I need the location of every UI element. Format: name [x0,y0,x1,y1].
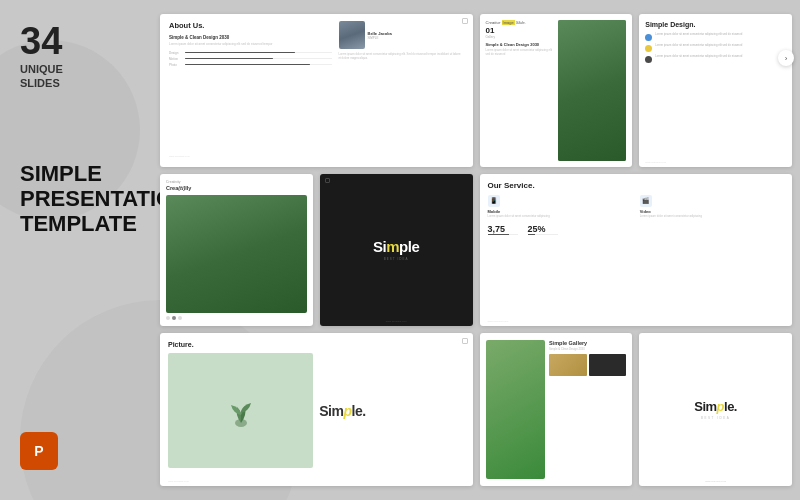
slide-6-url: www.example.com [488,320,509,323]
slides-grid: About Us. Simple & Clean Design 2030 Lor… [160,14,792,486]
slide-6-services-row: 📱 Mobile Lorem ipsum dolor sit amet cons… [488,195,785,219]
slide-7-url: www.example.com [168,480,189,483]
slide-4-label: Creativity [166,180,307,184]
slide-8-right: Simple Gallery Simple & Clean Design 203… [549,340,626,479]
slide-simple-logo[interactable]: Simple. BEST IDEA www.example.com [639,333,792,486]
slide-our-service[interactable]: Our Service. 📱 Mobile Lorem ipsum dolor … [480,174,793,327]
slide-creative-image[interactable]: Creative Image Slide. 01 Gallery Simple … [480,14,633,167]
slide-2-left: Creative Image Slide. 01 Gallery Simple … [486,20,554,161]
slide-1-right: Belle Jacobs SIMPLE Lorem ipsum dolor si… [339,21,464,160]
powerpoint-icon: P [34,443,43,459]
service-video: 🎬 Video Lorem ipsum dolor sit amet conse… [640,195,784,219]
slide-1-subtitle: Simple & Clean Design 2030 [169,35,332,40]
slide-6-stats: 3,75 25% [488,224,785,236]
slide-9-url: www.example.com [705,480,726,483]
slide-3-url: www.example.com [645,161,666,164]
service-mobile: 📱 Mobile Lorem ipsum dolor sit amet cons… [488,195,632,219]
slide-creativity[interactable]: Creativity Crea(ti)lly [160,174,313,327]
slide-7-content: Simple. [168,353,465,468]
slide-7-plant [168,353,313,468]
slide-count: 34 UNIQUE SLIDES [20,22,63,91]
slide-8-img-row [549,354,626,376]
slide-8-main-img [486,340,545,479]
slide-4-title: Crea(ti)lly [166,185,307,191]
slide-5-subtext: BEST IDEA [384,257,409,261]
slide-3-items: Lorem ipsum dolor sit amet consectetur a… [645,33,786,63]
slide-1-left: About Us. Simple & Clean Design 2030 Lor… [169,21,332,160]
slide-9-logo: Simple. [694,399,737,414]
slide-simple-gallery[interactable]: Simple Gallery Simple & Clean Design 203… [480,333,633,486]
slide-2-plant-image [558,20,626,161]
slide-1-bars: Design Motion Photo [169,51,332,67]
slide-7-brand-area: Simple. [319,353,464,468]
nav-next-arrow[interactable]: › [778,50,794,66]
slide-simple-design[interactable]: Simple Design. Lorem ipsum dolor sit ame… [639,14,792,167]
slide-8-title: Simple Gallery [549,340,626,346]
slide-1-title: About Us. [169,21,332,30]
slide-expand-icon [462,18,468,24]
slide-7-expand [462,338,468,344]
slide-3-title: Simple Design. [645,21,786,28]
slide-9-subtext: BEST IDEA [701,416,730,420]
left-panel: 34 UNIQUE SLIDES SIMPLE PRESENTATION TEM… [0,0,165,500]
slide-picture[interactable]: Picture. Simple. www.example.com [160,333,473,486]
slide-5-url: www.example.com [386,320,407,323]
slide-6-title: Our Service. [488,181,785,190]
powerpoint-badge: P [20,432,58,470]
slide-5-expand [325,178,330,183]
slide-1-desc: Lorem ipsum dolor sit amet consectetur a… [169,42,332,47]
slide-about-us[interactable]: About Us. Simple & Clean Design 2030 Lor… [160,14,473,167]
slide-5-logo: Simple [373,238,419,255]
person-photo [339,21,365,49]
slide-1-url: www.example.com [169,155,190,158]
slide-simple-dark[interactable]: Simple BEST IDEA www.example.com [320,174,473,327]
slide-7-title: Picture. [168,341,465,348]
slide-8-subtitle: Simple & Clean Design 2030 [549,347,626,351]
